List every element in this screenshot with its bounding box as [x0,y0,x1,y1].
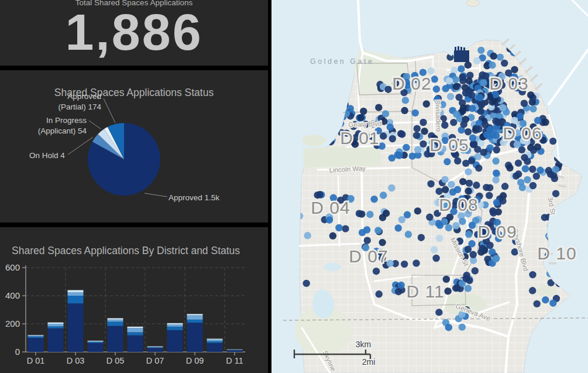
map-point[interactable] [404,211,411,218]
map-point[interactable] [397,130,404,137]
map-point[interactable] [521,154,528,161]
map-point[interactable] [480,149,487,156]
bar-segment[interactable] [147,347,163,347]
bar-segment[interactable] [187,314,203,315]
map-point[interactable] [470,251,477,258]
map-point[interactable] [472,267,479,274]
map-point[interactable] [445,324,452,331]
map-point[interactable] [453,83,460,90]
map-point[interactable] [529,105,537,112]
map-point[interactable] [396,152,403,159]
map-point[interactable] [382,110,389,117]
map-point[interactable] [478,101,485,108]
map-point[interactable] [388,155,396,162]
bar-segment[interactable] [88,341,104,342]
bar-segment[interactable] [147,348,163,352]
bar-segment[interactable] [207,343,223,352]
map-point[interactable] [419,141,427,148]
map-point[interactable] [412,109,419,117]
map-point[interactable] [303,280,310,287]
map-point[interactable] [426,214,433,221]
bar-segment[interactable] [108,320,123,322]
map-point[interactable] [479,71,486,78]
map-point[interactable] [524,176,531,183]
map-point[interactable] [506,165,513,172]
map-point[interactable] [483,184,490,191]
map-point[interactable] [468,157,475,164]
map-point[interactable] [403,144,410,151]
map-point[interactable] [499,104,506,111]
map-point[interactable] [549,138,556,145]
bar-segment[interactable] [187,323,203,352]
map-point[interactable] [482,121,489,128]
map-point[interactable] [465,246,472,253]
map-point[interactable] [453,111,460,118]
map-point[interactable] [329,232,336,239]
map-point[interactable] [413,132,420,139]
bar-segment[interactable] [128,328,143,332]
map-point[interactable] [441,176,448,183]
map-point[interactable] [414,146,421,153]
map-point[interactable] [387,124,394,131]
map-point[interactable] [412,259,419,266]
map-point[interactable] [366,211,373,218]
map-point[interactable] [447,93,454,100]
map-point[interactable] [499,197,506,204]
map-point[interactable] [304,232,311,239]
map-point[interactable] [431,76,438,83]
map-point[interactable] [316,191,323,198]
map-point[interactable] [388,184,395,191]
map-point[interactable] [486,192,493,199]
map-point[interactable] [445,224,452,231]
bar-segment[interactable] [68,303,84,352]
map-point[interactable] [542,296,549,303]
map-point[interactable] [423,100,430,107]
bar-segment[interactable] [68,290,84,292]
map-point[interactable] [374,227,381,234]
bar-segment[interactable] [147,347,163,348]
map-point[interactable] [452,222,459,229]
bar-segment[interactable] [167,324,183,327]
bar-segment[interactable] [207,340,223,341]
map-point[interactable] [483,131,490,138]
bar-segment[interactable] [147,346,163,347]
map-point[interactable] [547,171,554,178]
map-point[interactable] [466,180,473,187]
map-point[interactable] [419,119,427,126]
bar-segment[interactable] [28,337,44,338]
map-point[interactable] [414,207,421,214]
bar-segment[interactable] [128,327,143,328]
bar-segment[interactable] [28,336,44,336]
bar-segment[interactable] [48,326,64,328]
bar-segment[interactable] [108,318,123,319]
bar-segment[interactable] [207,341,223,343]
map-point[interactable] [468,91,475,98]
bar-segment[interactable] [187,316,203,320]
map-point[interactable] [494,119,501,126]
map-point[interactable] [537,167,544,174]
map-point[interactable] [395,288,402,295]
map-point[interactable] [460,121,467,128]
map-point[interactable] [511,117,518,124]
map-point[interactable] [402,97,409,104]
map-point[interactable] [522,165,529,172]
map-point[interactable] [465,187,472,194]
map-point[interactable] [421,128,428,135]
map-point[interactable] [493,169,500,176]
bar-segment[interactable] [88,343,104,352]
map-point[interactable] [454,186,461,193]
map-point[interactable] [521,100,528,107]
map-point[interactable] [489,61,496,69]
map-point[interactable] [470,141,477,148]
map-point[interactable] [490,210,497,217]
map-point[interactable] [452,76,459,83]
map-point[interactable] [489,98,496,105]
map-point[interactable] [384,86,391,93]
map-point[interactable] [364,237,371,244]
map-point[interactable] [347,105,354,112]
bar-segment[interactable] [48,328,64,352]
map-point[interactable] [405,231,412,238]
map-point[interactable] [513,172,520,179]
bar-segment[interactable] [48,323,64,324]
map-point[interactable] [477,47,484,54]
